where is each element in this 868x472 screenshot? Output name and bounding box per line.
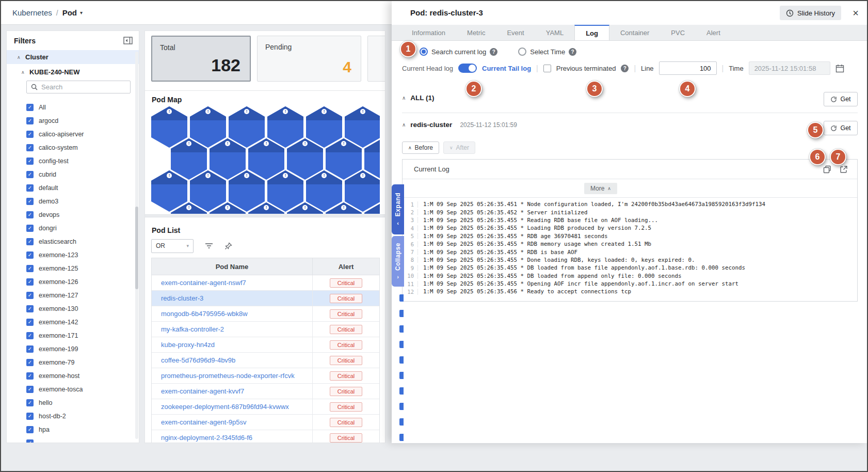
checkbox-checked-icon[interactable]: ✓ <box>26 319 34 326</box>
table-row[interactable]: redis-cluster-3Critical <box>152 291 379 306</box>
previous-terminated-checkbox[interactable] <box>543 65 551 72</box>
namespace-item-exemone-79[interactable]: ✓exemone-79 <box>7 356 139 369</box>
namespace-item-calico-apiserver[interactable]: ✓calico-apiserver <box>7 128 139 141</box>
copy-icon[interactable] <box>823 165 831 174</box>
namespace-item-cubrid[interactable]: ✓cubrid <box>7 168 139 181</box>
radio-search-current-log[interactable] <box>420 48 428 56</box>
pod-name-link[interactable]: redis-cluster-3 <box>152 291 313 306</box>
tab-event[interactable]: Event <box>496 25 535 40</box>
namespace-item-host-db-2[interactable]: ✓host-db-2 <box>7 410 139 423</box>
namespace-item-exemone-171[interactable]: ✓exemone-171 <box>7 329 139 342</box>
pod-name-link[interactable]: exem-container-agent-kvvf7 <box>152 384 313 399</box>
get-pod-button[interactable]: Get <box>824 121 858 135</box>
radio-select-time[interactable] <box>518 48 526 56</box>
namespace-item-exemone-125[interactable]: ✓exemone-125 <box>7 262 139 275</box>
expand-tab[interactable]: Expand ‹ <box>392 184 404 234</box>
namespace-item-exemone-123[interactable]: ✓exemone-123 <box>7 248 139 262</box>
caret-up-icon[interactable]: ∧ <box>402 95 406 101</box>
help-icon[interactable]: ? <box>621 65 629 72</box>
checkbox-checked-icon[interactable]: ✓ <box>26 278 34 286</box>
summary-card-total[interactable]: Total 182 <box>151 36 251 82</box>
operator-select[interactable]: OR ▾ <box>151 239 194 253</box>
tab-alert[interactable]: Alert <box>696 25 731 40</box>
sidebar-item-cluster-name[interactable]: ∧ KUBE-240-NEW <box>7 65 139 79</box>
table-row[interactable]: nginx-deployment-2-f345fd6-f6Critical <box>152 430 379 443</box>
checkbox-checked-icon[interactable]: ✓ <box>26 251 34 259</box>
pod-name-link[interactable]: zookeeper-deployment-687b96fd94-kvwwx <box>152 399 313 414</box>
pod-name-link[interactable]: kube-proxy-hn4zd <box>152 337 313 352</box>
tab-container[interactable]: Container <box>609 25 660 40</box>
namespace-item-default[interactable]: ✓default <box>7 181 139 195</box>
pod-name-link[interactable]: nginx-deployment-2-f345fd6-f6 <box>152 430 313 443</box>
namespace-item-exemone-127[interactable]: ✓exemone-127 <box>7 289 139 302</box>
pod-name-link[interactable]: exem-container-agent-9p5sv <box>152 415 313 430</box>
namespace-search-input[interactable]: Search <box>26 81 131 93</box>
slide-history-button[interactable]: Slide History <box>780 6 841 20</box>
namespace-item-argocd[interactable]: ✓argocd <box>7 114 139 128</box>
caret-up-icon[interactable]: ∧ <box>17 55 25 60</box>
close-icon[interactable]: × <box>853 6 859 20</box>
checkbox-checked-icon[interactable]: ✓ <box>26 158 34 165</box>
namespace-item-config-test[interactable]: ✓config-test <box>7 154 139 168</box>
namespace-item-exemone-host[interactable]: ✓exemone-host <box>7 369 139 383</box>
help-icon[interactable]: ? <box>490 48 497 56</box>
more-button[interactable]: More ∧ <box>584 183 617 194</box>
namespace-item-exemone-199[interactable]: ✓exemone-199 <box>7 342 139 356</box>
checkbox-checked-icon[interactable]: ✓ <box>26 426 34 433</box>
checkbox-checked-icon[interactable]: ✓ <box>26 386 34 393</box>
checkbox-checked-icon[interactable]: ✓ <box>26 372 34 380</box>
chevron-down-icon[interactable]: ▾ <box>80 10 83 15</box>
column-alert[interactable]: Alert <box>313 258 379 275</box>
summary-card-pending[interactable]: Pending 4 <box>257 36 361 82</box>
namespace-item-dongri[interactable]: ✓dongri <box>7 222 139 235</box>
pod-name-link[interactable]: exem-container-agent-nswf7 <box>152 275 313 290</box>
table-row[interactable]: exem-container-agent-nswf7Critical <box>152 275 379 291</box>
tab-pvc[interactable]: PVC <box>660 25 696 40</box>
sidebar-scrollbar-thumb[interactable] <box>135 207 138 289</box>
namespace-item-devops[interactable]: ✓devops <box>7 208 139 222</box>
calendar-icon[interactable] <box>835 64 844 73</box>
caret-up-icon[interactable]: ∧ <box>402 122 406 128</box>
namespace-item-calico-system[interactable]: ✓calico-system <box>7 141 139 154</box>
sidebar-group-cluster[interactable]: ∧ Cluster <box>7 50 139 64</box>
column-pod-name[interactable]: Pod Name <box>152 258 313 275</box>
table-row[interactable]: mongodb-6b4795956-wbk8wCritical <box>152 306 379 322</box>
checkbox-checked-icon[interactable]: ✓ <box>26 225 34 232</box>
checkbox-checked-icon[interactable]: ✓ <box>26 332 34 339</box>
checkbox-checked-icon[interactable]: ✓ <box>26 359 34 366</box>
checkbox-checked-icon[interactable]: ✓ <box>26 198 34 205</box>
checkbox-checked-icon[interactable]: ✓ <box>26 305 34 312</box>
summary-card-partial[interactable] <box>367 36 385 82</box>
namespace-item-clipped[interactable]: ✓ <box>7 436 139 443</box>
checkbox-checked-icon[interactable]: ✓ <box>26 345 34 353</box>
collapse-tab[interactable]: Collapse › <box>392 236 404 287</box>
tab-yaml[interactable]: YAML <box>535 25 574 40</box>
namespace-item-elasticsearch[interactable]: ✓elasticsearch <box>7 235 139 248</box>
checkbox-checked-icon[interactable]: ✓ <box>26 171 34 178</box>
pod-name-link[interactable]: my-kafka-controller-2 <box>152 322 313 337</box>
pod-name-link[interactable]: mongodb-6b4795956-wbk8w <box>152 306 313 321</box>
after-button-disabled[interactable]: ∨ After <box>443 141 475 154</box>
caret-up-icon[interactable]: ∧ <box>21 70 29 75</box>
checkbox-checked-icon[interactable]: ✓ <box>26 211 34 218</box>
table-row[interactable]: exem-container-agent-9p5svCritical <box>152 415 379 430</box>
table-row[interactable]: exem-container-agent-kvvf7Critical <box>152 384 379 399</box>
log-lines[interactable]: 11:M 09 Sep 2025 05:26:35.451 * Node con… <box>403 198 857 301</box>
pod-name-link[interactable]: prometheus-prometheus-node-exporter-rfcv… <box>152 368 313 383</box>
tab-information[interactable]: Information <box>401 25 456 40</box>
namespace-item-exemone-tosca[interactable]: ✓exemone-tosca <box>7 383 139 396</box>
checkbox-checked-icon[interactable]: ✓ <box>26 104 34 111</box>
open-external-icon[interactable] <box>840 165 848 174</box>
namespace-item-exemone-126[interactable]: ✓exemone-126 <box>7 275 139 289</box>
namespace-item-hello[interactable]: ✓hello <box>7 396 139 410</box>
namespace-item-exemone-130[interactable]: ✓exemone-130 <box>7 302 139 316</box>
table-row[interactable]: kube-proxy-hn4zdCritical <box>152 337 379 353</box>
table-row[interactable]: prometheus-prometheus-node-exporter-rfcv… <box>152 368 379 384</box>
table-row[interactable]: my-kafka-controller-2Critical <box>152 322 379 337</box>
checkbox-checked-icon[interactable]: ✓ <box>26 131 34 138</box>
checkbox-checked-icon[interactable]: ✓ <box>26 265 34 272</box>
help-icon[interactable]: ? <box>569 48 576 56</box>
checkbox-checked-icon[interactable]: ✓ <box>26 184 34 192</box>
breadcrumb-app[interactable]: Kubernetes <box>12 8 52 17</box>
namespace-item-hpa[interactable]: ✓hpa <box>7 423 139 436</box>
